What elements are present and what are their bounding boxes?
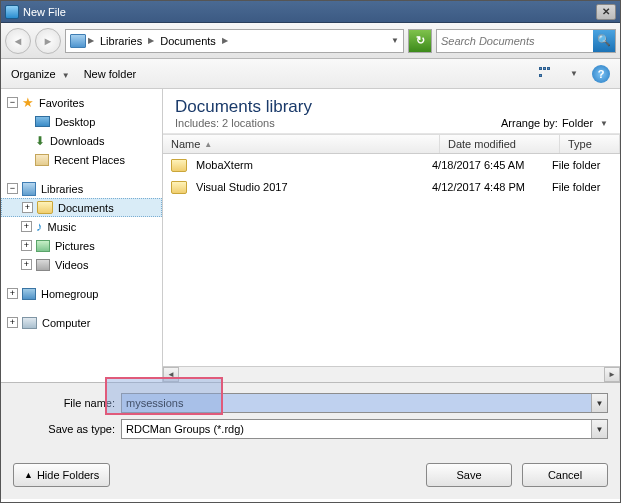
- library-subtitle: Includes: 2 locations: [175, 117, 312, 129]
- filename-combo[interactable]: ▼: [121, 393, 608, 413]
- new-folder-button[interactable]: New folder: [84, 68, 137, 80]
- library-title: Documents library: [175, 97, 312, 117]
- column-date[interactable]: Date modified: [440, 135, 560, 153]
- chevron-up-icon: ▲: [24, 470, 33, 480]
- folder-icon: [37, 201, 53, 214]
- column-headers: Name ▲ Date modified Type: [163, 134, 620, 154]
- tree-documents[interactable]: + Documents: [1, 198, 162, 217]
- chevron-down-icon: ▼: [600, 119, 608, 128]
- recent-icon: [35, 154, 49, 166]
- tree-desktop[interactable]: Desktop: [1, 112, 162, 131]
- music-icon: ♪: [36, 219, 43, 234]
- arrange-by[interactable]: Arrange by: Folder ▼: [501, 117, 608, 129]
- list-item[interactable]: MobaXterm 4/18/2017 6:45 AM File folder: [163, 154, 620, 176]
- title-bar: New File ✕: [1, 1, 620, 23]
- address-bar[interactable]: ▶ Libraries ▶ Documents ▶ ▼: [65, 29, 404, 53]
- folder-icon: [171, 181, 187, 194]
- content-pane: Documents library Includes: 2 locations …: [163, 89, 620, 382]
- chevron-right-icon: ▶: [88, 36, 94, 45]
- star-icon: ★: [22, 95, 34, 110]
- save-button[interactable]: Save: [426, 463, 512, 487]
- app-icon: [5, 5, 19, 19]
- navigation-bar: ◄ ► ▶ Libraries ▶ Documents ▶ ▼ ↻ 🔍: [1, 23, 620, 59]
- tree-favorites[interactable]: − ★ Favorites: [1, 93, 162, 112]
- homegroup-icon: [22, 288, 36, 300]
- tree-recent[interactable]: Recent Places: [1, 150, 162, 169]
- back-button[interactable]: ◄: [5, 28, 31, 54]
- expand-icon[interactable]: +: [7, 288, 18, 299]
- computer-icon: [22, 317, 37, 329]
- search-input[interactable]: [437, 35, 593, 47]
- library-header: Documents library Includes: 2 locations …: [163, 89, 620, 134]
- close-button[interactable]: ✕: [596, 4, 616, 20]
- expand-icon[interactable]: +: [21, 259, 32, 270]
- cancel-button[interactable]: Cancel: [522, 463, 608, 487]
- navigation-tree: − ★ Favorites Desktop ⬇ Downloads Recent…: [1, 89, 163, 382]
- tree-homegroup[interactable]: + Homegroup: [1, 284, 162, 303]
- collapse-icon[interactable]: −: [7, 97, 18, 108]
- sort-asc-icon: ▲: [204, 140, 212, 149]
- collapse-icon[interactable]: −: [7, 183, 18, 194]
- expand-icon[interactable]: +: [21, 240, 32, 251]
- scroll-left-icon[interactable]: ◄: [163, 367, 179, 382]
- forward-button[interactable]: ►: [35, 28, 61, 54]
- organize-menu[interactable]: Organize ▼: [11, 68, 70, 80]
- horizontal-scrollbar[interactable]: ◄ ►: [163, 366, 620, 382]
- chevron-right-icon: ▶: [148, 36, 154, 45]
- savetype-label: Save as type:: [13, 423, 121, 435]
- window-title: New File: [23, 6, 66, 18]
- search-box[interactable]: 🔍: [436, 29, 616, 53]
- breadcrumb-current[interactable]: Documents: [156, 35, 220, 47]
- save-form: File name: ▼ Save as type: ▼: [1, 383, 620, 455]
- download-icon: ⬇: [35, 134, 45, 148]
- location-icon: [70, 34, 86, 48]
- button-bar: ▲ Hide Folders Save Cancel: [1, 455, 620, 499]
- search-icon[interactable]: 🔍: [593, 30, 615, 52]
- expand-icon[interactable]: +: [21, 221, 32, 232]
- help-icon[interactable]: ?: [592, 65, 610, 83]
- savetype-input[interactable]: [122, 420, 591, 438]
- tree-music[interactable]: + ♪ Music: [1, 217, 162, 236]
- desktop-icon: [35, 116, 50, 127]
- chevron-down-icon: ▼: [62, 71, 70, 80]
- chevron-down-icon[interactable]: ▼: [570, 69, 578, 78]
- toolbar: Organize ▼ New folder ▼ ?: [1, 59, 620, 89]
- tree-pictures[interactable]: + Pictures: [1, 236, 162, 255]
- filename-input[interactable]: [122, 394, 591, 412]
- file-list: MobaXterm 4/18/2017 6:45 AM File folder …: [163, 154, 620, 366]
- hide-folders-button[interactable]: ▲ Hide Folders: [13, 463, 110, 487]
- list-item[interactable]: Visual Studio 2017 4/12/2017 4:48 PM Fil…: [163, 176, 620, 198]
- pictures-icon: [36, 240, 50, 252]
- refresh-button[interactable]: ↻: [408, 29, 432, 53]
- main-pane: − ★ Favorites Desktop ⬇ Downloads Recent…: [1, 89, 620, 383]
- column-type[interactable]: Type: [560, 135, 620, 153]
- tree-videos[interactable]: + Videos: [1, 255, 162, 274]
- folder-icon: [171, 159, 187, 172]
- breadcrumb-root[interactable]: Libraries: [96, 35, 146, 47]
- tree-libraries[interactable]: − Libraries: [1, 179, 162, 198]
- dropdown-icon[interactable]: ▼: [391, 36, 399, 45]
- videos-icon: [36, 259, 50, 271]
- column-name[interactable]: Name ▲: [163, 135, 440, 153]
- dropdown-icon[interactable]: ▼: [591, 394, 607, 412]
- tree-downloads[interactable]: ⬇ Downloads: [1, 131, 162, 150]
- savetype-combo[interactable]: ▼: [121, 419, 608, 439]
- tree-computer[interactable]: + Computer: [1, 313, 162, 332]
- chevron-right-icon: ▶: [222, 36, 228, 45]
- dropdown-icon[interactable]: ▼: [591, 420, 607, 438]
- expand-icon[interactable]: +: [22, 202, 33, 213]
- library-icon: [22, 182, 36, 196]
- scroll-right-icon[interactable]: ►: [604, 367, 620, 382]
- expand-icon[interactable]: +: [7, 317, 18, 328]
- filename-label: File name:: [13, 397, 121, 409]
- view-options-icon[interactable]: [539, 67, 553, 81]
